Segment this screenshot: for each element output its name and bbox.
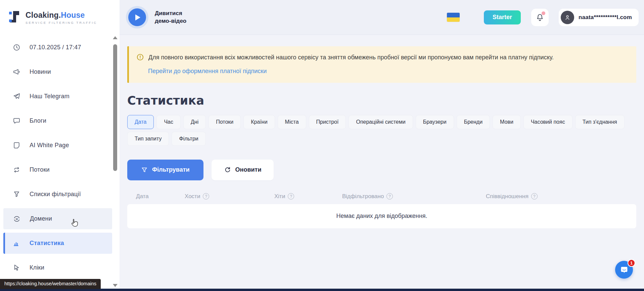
refresh-icon (224, 166, 231, 173)
status-bar-url: https://cloaking.house/webmaster/domains (0, 279, 101, 289)
sidebar-item-telegram[interactable]: Наш Telegram (3, 86, 112, 107)
filter-button[interactable]: Фільтрувати (127, 160, 203, 180)
sidebar-item-filter-lists[interactable]: Списки фільтрації (3, 184, 112, 205)
help-icon[interactable]: ? (203, 193, 209, 199)
main-area: Дивитися демо-відео Starter (120, 0, 644, 291)
empty-state-card: Немає даних для відображення. (127, 204, 636, 228)
top-bar-right: Starter naata**********l.com (447, 9, 639, 26)
filter-chip-2[interactable]: Час (156, 115, 181, 129)
filter-chip-4[interactable]: Потоки (209, 115, 241, 129)
column-label: Хости (185, 193, 200, 200)
column-header-hits: Хіти ? (274, 193, 342, 200)
play-icon (135, 14, 140, 20)
warning-icon (136, 53, 144, 61)
sidebar-item-label: Статистика (30, 240, 64, 247)
user-email: naata**********l.com (579, 14, 632, 21)
flag-yellow-stripe (447, 17, 460, 22)
brand-dark-part: Cloaking. (26, 11, 61, 19)
top-bar: Дивитися демо-відео Starter (120, 0, 644, 35)
notification-dot (542, 11, 545, 15)
empty-state-text: Немає даних для відображення. (336, 213, 427, 220)
filter-chip-6[interactable]: Міста (278, 115, 306, 129)
banner-text: Для повного використання всіх можливосте… (148, 53, 554, 62)
funnel-icon (13, 190, 20, 198)
demo-video-label: Дивитися демо-відео (155, 10, 186, 25)
notifications-button[interactable] (531, 9, 549, 26)
sidebar-item-label: Блоги (30, 117, 46, 124)
help-icon[interactable]: ? (386, 193, 393, 199)
help-icon[interactable]: ? (288, 193, 294, 199)
language-flag-ukraine[interactable] (447, 13, 460, 22)
filter-chip-3[interactable]: Дні (183, 115, 206, 129)
sidebar-item-label: Домени (30, 215, 52, 222)
sidebar-item-label: AI White Page (30, 142, 69, 149)
sidebar-item-statistics[interactable]: Статистика (3, 233, 112, 254)
brand-title: Cloaking.House (26, 11, 97, 20)
refresh-button[interactable]: Оновити (212, 160, 274, 180)
chat-bubble-icon (13, 117, 20, 125)
sidebar-item-domains[interactable]: w Домени (3, 208, 112, 229)
filter-chip-1[interactable]: Дата (127, 115, 154, 129)
upgrade-subscription-link[interactable]: Перейти до оформлення платної підписки (148, 68, 267, 75)
column-header-date: Дата (127, 193, 185, 200)
scrollbar-thumb[interactable] (113, 44, 117, 171)
plan-starter-button[interactable]: Starter (484, 10, 521, 24)
play-demo-button[interactable] (128, 8, 146, 26)
chat-unread-badge: 1 (628, 259, 635, 267)
domains-icon: w (13, 215, 21, 223)
demo-label-line2: демо-відео (155, 17, 186, 25)
sidebar-scrollbar (112, 36, 118, 287)
filter-chip-14[interactable]: Тип запиту (127, 132, 169, 146)
sidebar-item-label: 07.10.2025 / 17:47 (30, 44, 81, 51)
content: Для повного використання всіх можливосте… (120, 35, 644, 291)
filter-chip-15[interactable]: Фільтри (172, 132, 205, 146)
sidebar-item-label: Списки фільтрації (30, 191, 81, 198)
sidebar-item-datetime[interactable]: 07.10.2025 / 17:47 (3, 37, 112, 58)
chat-widget-button[interactable]: 1 (615, 261, 633, 279)
filter-chip-12[interactable]: Часовий пояс (523, 115, 572, 129)
sidebar: Cloaking.House SERVICE FILTERING TRAFFIC… (0, 0, 120, 291)
sidebar-menu: 07.10.2025 / 17:47 Новини Наш Telegram Б… (0, 35, 112, 278)
demo-video-link[interactable]: Дивитися демо-відео (128, 8, 186, 26)
avatar (561, 11, 574, 24)
page-icon (13, 141, 20, 149)
filter-chip-7[interactable]: Пристрої (309, 115, 346, 129)
filter-chip-5[interactable]: Країни (243, 115, 275, 129)
sidebar-item-label: Наш Telegram (30, 93, 70, 100)
sidebar-item-clicks[interactable]: Кліки (3, 257, 112, 278)
sidebar-item-streams[interactable]: Потоки (3, 159, 112, 180)
chat-smile-icon (619, 265, 629, 275)
logo[interactable]: Cloaking.House SERVICE FILTERING TRAFFIC (0, 0, 120, 35)
streams-icon (13, 166, 20, 174)
bar-chart-icon (13, 239, 20, 247)
clock-icon (13, 44, 20, 51)
filter-chip-9[interactable]: Браузери (416, 115, 454, 129)
filter-chip-13[interactable]: Тип з'єднання (575, 115, 625, 129)
filter-chip-8[interactable]: Операційні системи (349, 115, 413, 129)
scroll-up-arrow[interactable] (113, 36, 118, 39)
filter-chip-11[interactable]: Мови (493, 115, 521, 129)
flag-blue-stripe (447, 13, 460, 17)
refresh-button-label: Оновити (235, 166, 262, 173)
sidebar-item-news[interactable]: Новини (3, 61, 112, 82)
sidebar-item-blogs[interactable]: Блоги (3, 110, 112, 131)
sidebar-item-label: Кліки (30, 264, 44, 271)
page-title: Статистика (127, 94, 636, 107)
user-account-button[interactable]: naata**********l.com (559, 9, 639, 26)
column-header-hosts: Хости ? (185, 193, 274, 200)
sidebar-item-ai-white-page[interactable]: AI White Page (3, 135, 112, 156)
filter-chip-10[interactable]: Бренди (457, 115, 490, 129)
help-icon[interactable]: ? (531, 193, 538, 199)
column-label: Співвідношення (486, 193, 528, 200)
cursor-icon (13, 264, 20, 272)
column-label: Хіти (274, 193, 285, 200)
cloaking-house-logo-icon (9, 10, 21, 24)
column-label: Відфільтровано (342, 193, 384, 200)
column-label: Дата (136, 193, 149, 200)
app-window: Cloaking.House SERVICE FILTERING TRAFFIC… (0, 0, 644, 291)
telegram-icon (13, 93, 20, 100)
stats-table-header: Дата Хости ? Хіти ? Відфільтровано ? Спі… (127, 193, 636, 200)
column-header-ratio: Співвідношення ? (486, 193, 636, 200)
scroll-down-arrow[interactable] (113, 284, 118, 287)
column-header-filtered: Відфільтровано ? (342, 193, 486, 200)
